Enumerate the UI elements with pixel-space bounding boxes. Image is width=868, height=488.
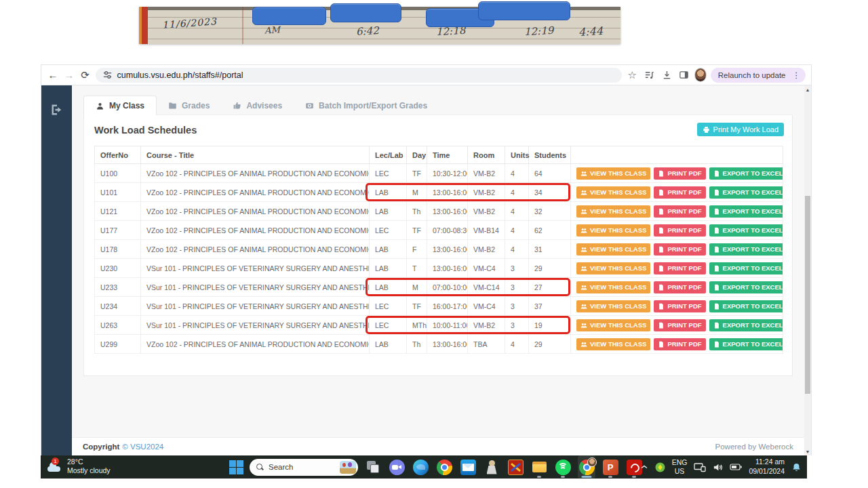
view-this-class-button[interactable]: VIEW THIS CLASS — [576, 224, 650, 237]
cell-offer-no: U230 — [95, 259, 141, 278]
tab-batch-import-export[interactable]: Batch Import/Export Grades — [294, 96, 439, 115]
reload-icon[interactable]: ⟳ — [79, 68, 92, 83]
statue-app-taskbar-icon[interactable] — [483, 455, 500, 479]
cell-day: TF — [407, 221, 427, 240]
export-to-excel-button[interactable]: EXPORT TO EXCEL — [709, 243, 783, 256]
mail-taskbar-icon[interactable] — [459, 455, 477, 479]
view-this-class-button[interactable]: VIEW THIS CLASS — [576, 262, 650, 274]
print-pdf-button[interactable]: PRINT PDF — [654, 205, 705, 218]
export-to-excel-button[interactable]: EXPORT TO EXCEL — [709, 186, 783, 199]
export-to-excel-button[interactable]: EXPORT TO EXCEL — [709, 224, 783, 237]
export-to-excel-button[interactable]: EXPORT TO EXCEL — [709, 319, 783, 331]
search-icon — [256, 464, 264, 471]
file-explorer-taskbar-icon[interactable] — [530, 455, 548, 479]
display-tray-icon[interactable] — [694, 462, 706, 472]
tab-my-class[interactable]: My Class — [83, 96, 157, 115]
print-pdf-button[interactable]: PRINT PDF — [654, 338, 705, 350]
browser-menu-icon[interactable]: ⋮ — [790, 70, 804, 80]
cell-actions: VIEW THIS CLASSPRINT PDFEXPORT TO EXCEL — [571, 221, 783, 240]
start-button[interactable] — [229, 460, 243, 474]
export-to-excel-button[interactable]: EXPORT TO EXCEL — [709, 338, 783, 350]
side-panel-icon[interactable] — [677, 67, 690, 83]
view-this-class-button[interactable]: VIEW THIS CLASS — [576, 243, 650, 256]
site-settings-icon[interactable] — [102, 70, 113, 80]
print-pdf-button[interactable]: PRINT PDF — [654, 167, 705, 180]
export-to-excel-button[interactable]: EXPORT TO EXCEL — [709, 300, 783, 312]
red-app-taskbar-icon[interactable] — [507, 455, 524, 479]
cell-time: 13:00-16:00 — [427, 240, 468, 259]
export-to-excel-button[interactable]: EXPORT TO EXCEL — [709, 167, 783, 180]
scroll-down-icon[interactable]: ▼ — [804, 447, 811, 455]
view-this-class-button[interactable]: VIEW THIS CLASS — [576, 186, 650, 199]
powerpoint-taskbar-icon[interactable] — [601, 455, 619, 479]
running-indicator — [561, 476, 565, 478]
logout-icon[interactable] — [50, 103, 64, 117]
print-pdf-button[interactable]: PRINT PDF — [654, 262, 705, 274]
print-pdf-button[interactable]: PRINT PDF — [654, 300, 705, 312]
task-view-taskbar-icon[interactable] — [364, 455, 382, 479]
scrollbar-thumb[interactable] — [805, 196, 810, 394]
export-to-excel-button[interactable]: EXPORT TO EXCEL — [709, 262, 783, 274]
table-row: U100VZoo 102 - PRINCIPLES OF ANIMAL PROD… — [95, 164, 783, 183]
address-bar[interactable]: cumulus.vsu.edu.ph/staffs#/portal — [96, 68, 622, 83]
print-pdf-button[interactable]: PRINT PDF — [654, 224, 705, 237]
chrome-taskbar-icon[interactable] — [435, 455, 453, 479]
print-pdf-button[interactable]: PRINT PDF — [654, 186, 705, 199]
cell-students: 31 — [529, 240, 571, 259]
clock[interactable]: 11:24 am 09/01/2024 — [749, 458, 785, 476]
battery-icon[interactable] — [730, 464, 742, 470]
cell-lec-lab: LAB — [370, 202, 407, 221]
cell-room: VM-B2 — [468, 202, 505, 221]
running-indicator — [537, 476, 541, 478]
pdf-file-icon — [658, 246, 665, 253]
view-this-class-button[interactable]: VIEW THIS CLASS — [576, 300, 650, 312]
reading-list-icon[interactable] — [643, 67, 656, 83]
profile-avatar[interactable] — [694, 68, 706, 82]
cell-time: 07:00-10:00 — [427, 278, 468, 297]
vsu-link[interactable]: © VSU2024 — [122, 443, 163, 451]
table-row: U263VSur 101 - PRINCIPLES OF VETERINARY … — [95, 316, 783, 335]
cell-students: 62 — [529, 221, 571, 240]
weather-widget[interactable]: 1 28°C Mostly cloudy — [46, 458, 111, 475]
running-indicator — [608, 476, 612, 478]
view-this-class-button[interactable]: VIEW THIS CLASS — [576, 167, 650, 180]
column-header: Units — [505, 146, 529, 164]
edge-taskbar-icon[interactable] — [412, 455, 429, 479]
print-my-work-load-button[interactable]: Print My Work Load — [697, 123, 784, 136]
taskbar-center: Search — [229, 455, 643, 479]
bookmark-star-icon[interactable]: ☆ — [626, 67, 639, 83]
scroll-up-icon[interactable]: ▲ — [804, 85, 811, 94]
tab-grades[interactable]: Grades — [157, 96, 221, 115]
spotify-taskbar-icon[interactable] — [554, 455, 572, 479]
downloads-icon[interactable] — [660, 67, 673, 83]
export-to-excel-button[interactable]: EXPORT TO EXCEL — [709, 281, 783, 293]
cell-course: VZoo 102 - PRINCIPLES OF ANIMAL PRODUCTI… — [141, 183, 370, 202]
taskbar-search[interactable]: Search — [250, 459, 358, 476]
relaunch-to-update-button[interactable]: Relaunch to update ⋮ — [711, 68, 806, 83]
antivirus-tray-icon[interactable] — [655, 462, 665, 472]
print-pdf-button[interactable]: PRINT PDF — [654, 319, 705, 331]
view-this-class-button[interactable]: VIEW THIS CLASS — [576, 338, 650, 350]
speaker-icon[interactable] — [713, 462, 723, 472]
chat-taskbar-icon[interactable] — [388, 455, 406, 479]
users-icon — [580, 303, 587, 310]
view-this-class-button[interactable]: VIEW THIS CLASS — [576, 281, 650, 293]
cell-actions: VIEW THIS CLASSPRINT PDFEXPORT TO EXCEL — [571, 297, 783, 316]
chrome-profile-taskbar-icon[interactable] — [578, 455, 595, 479]
page-viewport: My Class Grades Advisees Batch Import/Ex… — [41, 85, 811, 455]
tray-chevron-icon[interactable] — [640, 464, 648, 470]
tab-advisees[interactable]: Advisees — [221, 96, 294, 115]
print-pdf-button[interactable]: PRINT PDF — [654, 243, 705, 256]
view-this-class-button[interactable]: VIEW THIS CLASS — [576, 319, 650, 331]
pdf-file-icon — [658, 208, 665, 215]
page-scrollbar[interactable]: ▲ ▼ — [804, 85, 811, 455]
back-icon[interactable]: ← — [47, 68, 59, 83]
export-to-excel-button[interactable]: EXPORT TO EXCEL — [709, 205, 783, 218]
cell-units: 3 — [505, 278, 529, 297]
view-this-class-button[interactable]: VIEW THIS CLASS — [576, 205, 650, 218]
notification-bell-icon[interactable] — [791, 462, 802, 472]
excel-file-icon — [713, 189, 720, 196]
cell-units: 4 — [505, 335, 529, 354]
language-indicator[interactable]: ENG US — [672, 458, 688, 475]
print-pdf-button[interactable]: PRINT PDF — [654, 281, 705, 293]
